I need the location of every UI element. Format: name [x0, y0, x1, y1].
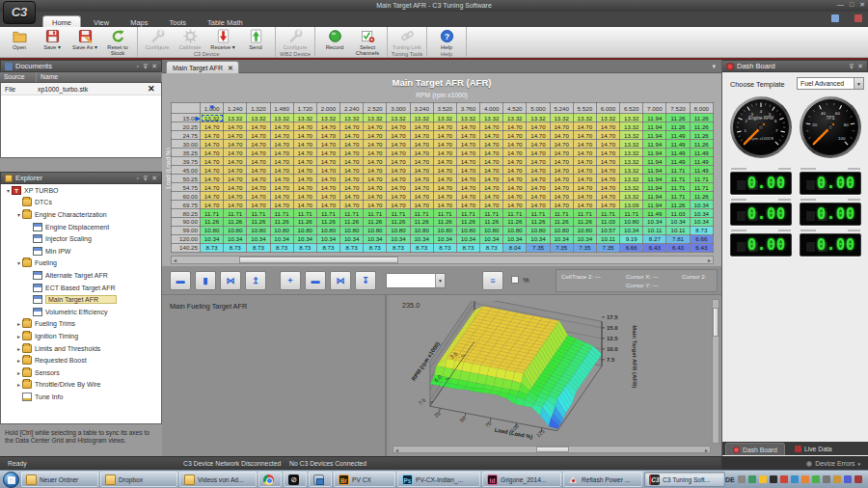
- afr-cell[interactable]: 14.70: [503, 201, 527, 209]
- afr-cell[interactable]: 11.71: [387, 209, 410, 218]
- afr-cell[interactable]: 8.73: [433, 243, 456, 252]
- taskbar-item-c3-tuning-soft[interactable]: C3C3 Tuning Soft...: [644, 472, 725, 487]
- afr-cell[interactable]: 14.70: [527, 122, 550, 131]
- plot-vscroll-thumb[interactable]: [713, 308, 719, 337]
- afr-cell[interactable]: 14.70: [410, 192, 433, 201]
- col-header-1.480[interactable]: 1.480: [270, 103, 293, 114]
- afr-cell[interactable]: 14.70: [527, 201, 550, 209]
- afr-cell[interactable]: 13.32: [620, 157, 643, 166]
- afr-cell[interactable]: 14.70: [293, 140, 316, 149]
- tab-main-target-afr[interactable]: Main Target AFR ✕: [166, 61, 239, 73]
- row-header-60.00[interactable]: 60.00: [172, 192, 201, 201]
- afr-cell[interactable]: 14.70: [480, 175, 503, 183]
- expander-icon[interactable]: ▸: [15, 345, 22, 352]
- afr-cell[interactable]: 11.26: [690, 131, 713, 140]
- afr-cell[interactable]: 10.34: [527, 234, 550, 243]
- afr-cell[interactable]: 10.34: [340, 234, 364, 243]
- afr-cell[interactable]: 14.70: [410, 131, 433, 140]
- afr-cell[interactable]: 14.70: [224, 183, 247, 192]
- col-header-5.240[interactable]: 5.240: [550, 103, 573, 114]
- col-header-2.240[interactable]: 2.240: [340, 103, 364, 114]
- afr-cell[interactable]: 10.34: [293, 234, 316, 243]
- table-tool-button-6[interactable]: ▬: [305, 271, 326, 290]
- tree-item-injector-scaling[interactable]: Injector Scaling: [1, 232, 161, 245]
- afr-cell[interactable]: 14.70: [270, 122, 293, 131]
- afr-cell[interactable]: 14.70: [503, 131, 527, 140]
- afr-cell[interactable]: 14.70: [527, 166, 550, 175]
- afr-cell[interactable]: 11.26: [666, 201, 690, 209]
- afr-cell[interactable]: 10.80: [527, 226, 550, 234]
- afr-cell[interactable]: 14.70: [480, 131, 503, 140]
- afr-cell[interactable]: 14.70: [316, 131, 339, 140]
- afr-cell[interactable]: 14.70: [480, 157, 503, 166]
- scroll-left-icon[interactable]: ◄: [394, 447, 399, 454]
- afr-cell[interactable]: 14.70: [410, 149, 433, 157]
- afr-cell[interactable]: 8.73: [340, 243, 364, 252]
- afr-cell[interactable]: 11.26: [247, 217, 270, 226]
- expander-icon[interactable]: ▸: [15, 369, 22, 376]
- tray-icon-11[interactable]: [844, 475, 852, 483]
- afr-cell[interactable]: 14.70: [410, 157, 433, 166]
- tree-item-throttle-drive-by-wire[interactable]: ▸Throttle/Drive By Wire: [1, 379, 161, 392]
- afr-cell[interactable]: 11.71: [573, 209, 596, 218]
- table-tool-button-5[interactable]: +: [280, 271, 301, 290]
- afr-cell[interactable]: 13.32: [364, 114, 387, 122]
- afr-cell[interactable]: 11.71: [690, 175, 713, 183]
- col-header-6.000[interactable]: 6.000: [596, 103, 619, 114]
- afr-cell[interactable]: 10.11: [643, 226, 666, 234]
- row-header-24.75[interactable]: 24.75: [172, 131, 201, 140]
- afr-cell[interactable]: 14.70: [387, 175, 410, 183]
- tab-close-icon[interactable]: ✕: [228, 65, 233, 72]
- tray-icon-4[interactable]: [770, 475, 777, 483]
- afr-cell[interactable]: 10.34: [387, 234, 410, 243]
- afr-cell[interactable]: 6.66: [690, 234, 713, 243]
- afr-cell[interactable]: 14.70: [550, 157, 573, 166]
- afr-cell[interactable]: 10.34: [480, 234, 503, 243]
- afr-cell[interactable]: 10.34: [410, 234, 433, 243]
- tray-icon-2[interactable]: [748, 475, 756, 483]
- afr-cell[interactable]: 13.32: [201, 114, 224, 122]
- afr-cell[interactable]: 7.35: [550, 243, 573, 252]
- table-tool-button-1[interactable]: ▬: [170, 271, 191, 290]
- afr-cell[interactable]: 11.26: [270, 217, 293, 226]
- afr-cell[interactable]: 11.49: [666, 131, 690, 140]
- taskbar-item-chrome[interactable]: [258, 472, 282, 487]
- afr-cell[interactable]: 14.70: [387, 166, 410, 175]
- afr-cell[interactable]: 10.11: [596, 234, 619, 243]
- afr-cell[interactable]: 13.32: [620, 183, 643, 192]
- afr-cell[interactable]: 13.32: [270, 114, 293, 122]
- afr-cell[interactable]: 14.70: [480, 201, 503, 209]
- taskbar-item-dropbox[interactable]: Dropbox: [100, 472, 177, 487]
- col-header-1.240[interactable]: 1.240: [224, 103, 247, 114]
- afr-cell[interactable]: 14.70: [503, 149, 527, 157]
- afr-cell[interactable]: 11.94: [643, 131, 666, 140]
- afr-cell[interactable]: 11.26: [224, 217, 247, 226]
- afr-cell[interactable]: 14.70: [247, 201, 270, 209]
- col-header-1.720[interactable]: 1.720: [293, 103, 316, 114]
- afr-cell[interactable]: 14.70: [503, 175, 527, 183]
- afr-cell[interactable]: 14.70: [573, 175, 596, 183]
- led-display-6[interactable]: 0.00: [800, 233, 861, 257]
- afr-cell[interactable]: 14.70: [247, 131, 270, 140]
- afr-cell[interactable]: 14.70: [456, 131, 479, 140]
- plot-hscroll-thumb[interactable]: [536, 447, 569, 452]
- afr-cell[interactable]: 14.70: [527, 192, 550, 201]
- afr-cell[interactable]: 14.70: [293, 157, 316, 166]
- afr-cell[interactable]: 10.34: [550, 234, 573, 243]
- afr-cell[interactable]: 11.49: [690, 157, 713, 166]
- afr-cell[interactable]: 14.70: [293, 149, 316, 157]
- select-channels-button[interactable]: Select Channels: [351, 28, 384, 57]
- afr-cell[interactable]: 14.70: [480, 140, 503, 149]
- afr-cell[interactable]: 13.32: [410, 114, 433, 122]
- afr-cell[interactable]: 10.80: [387, 226, 410, 234]
- afr-cell[interactable]: 14.70: [456, 149, 479, 157]
- afr-cell[interactable]: 11.94: [643, 114, 666, 122]
- afr-cell[interactable]: 14.70: [596, 201, 619, 209]
- tab-dash-board[interactable]: Dash Board: [725, 443, 785, 455]
- taskbar-item-reflash-power[interactable]: Reflash Power ...: [563, 472, 642, 487]
- afr-cell[interactable]: 14.70: [201, 166, 224, 175]
- afr-cell[interactable]: 8.73: [364, 243, 387, 252]
- afr-cell[interactable]: 14.70: [387, 149, 410, 157]
- afr-cell[interactable]: 14.70: [573, 183, 596, 192]
- afr-cell[interactable]: 10.11: [666, 226, 690, 234]
